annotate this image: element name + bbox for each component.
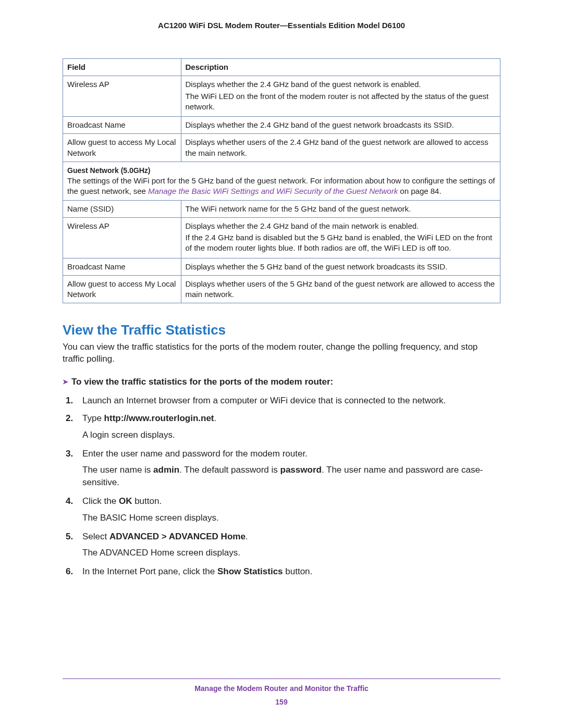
step-text: Type http://www.routerlogin.net. (82, 413, 216, 423)
step-text: In the Internet Port pane, click the Sho… (82, 566, 312, 576)
step-number: 4. (66, 495, 73, 508)
footer-chapter-title: Manage the Modem Router and Monitor the … (63, 684, 500, 693)
desc-cell: Displays whether the 2.4 GHz band of the… (181, 217, 500, 258)
field-cell: Allow guest to access My Local Network (63, 275, 181, 303)
section-text-after: on page 84. (398, 187, 441, 195)
step-2: 2. Type http://www.routerlogin.net. A lo… (82, 412, 500, 441)
table-row: Wireless AP Displays whether the 2.4 GHz… (63, 217, 500, 258)
procedure-lead-text: To view the traffic statistics for the p… (71, 377, 333, 387)
step-text: Enter the user name and password for the… (82, 449, 308, 459)
chevron-right-icon: ➤ (63, 378, 68, 386)
section-title: View the Traffic Statistics (63, 322, 500, 338)
step-5: 5. Select ADVANCED > ADVANCED Home. The … (82, 530, 500, 560)
cross-reference-link[interactable]: Manage the Basic WiFi Settings and WiFi … (148, 187, 398, 195)
table-row: Name (SSID) The WiFi network name for th… (63, 200, 500, 217)
step-text: Click the OK button. (82, 496, 162, 506)
step-number: 2. (66, 412, 73, 425)
section-cell: Guest Network (5.0GHz) The settings of t… (63, 162, 500, 200)
step-3: 3. Enter the user name and password for … (82, 448, 500, 489)
table-row: Broadcast Name Displays whether the 5 GH… (63, 258, 500, 275)
step-text: Launch an Internet browser from a comput… (82, 396, 446, 405)
table-header-field: Field (63, 59, 181, 76)
desc-cell: The WiFi network name for the 5 GHz band… (181, 200, 500, 217)
field-cell: Wireless AP (63, 217, 181, 258)
table-row: Allow guest to access My Local Network D… (63, 275, 500, 303)
step-6: 6. In the Internet Port pane, click the … (82, 565, 500, 578)
table-row: Broadcast Name Displays whether the 2.4 … (63, 117, 500, 134)
field-cell: Broadcast Name (63, 258, 181, 275)
step-4: 4. Click the OK button. The BASIC Home s… (82, 495, 500, 524)
field-cell: Broadcast Name (63, 117, 181, 134)
desc-cell: Displays whether the 2.4 GHz band of the… (181, 117, 500, 134)
desc-cell: Displays whether the 2.4 GHz band of the… (181, 76, 500, 117)
procedure-lead: ➤To view the traffic statistics for the … (63, 377, 500, 387)
field-cell: Name (SSID) (63, 200, 181, 217)
step-result: The BASIC Home screen displays. (82, 512, 500, 524)
table-row: Wireless AP Displays whether the 2.4 GHz… (63, 76, 500, 117)
desc-cell: Displays whether the 5 GHz band of the g… (181, 258, 500, 275)
table-header-description: Description (181, 59, 500, 76)
document-title: AC1200 WiFi DSL Modem Router—Essentials … (63, 21, 500, 30)
table-section-row: Guest Network (5.0GHz) The settings of t… (63, 162, 500, 200)
field-cell: Allow guest to access My Local Network (63, 134, 181, 162)
step-result: The user name is admin. The default pass… (82, 464, 500, 489)
desc-line: The WiFi LED on the front of the modem r… (186, 91, 496, 113)
desc-cell: Displays whether users of the 5 GHz band… (181, 275, 500, 303)
field-description-table: Field Description Wireless AP Displays w… (63, 58, 500, 303)
desc-cell: Displays whether users of the 2.4 GHz ba… (181, 134, 500, 162)
desc-line: Displays whether the 2.4 GHz band of the… (186, 79, 496, 90)
table-row: Allow guest to access My Local Network D… (63, 134, 500, 162)
section-heading: Guest Network (5.0GHz) (67, 166, 150, 175)
step-number: 1. (66, 394, 73, 407)
step-number: 3. (66, 448, 73, 460)
footer-rule (63, 678, 500, 679)
page-footer: Manage the Modem Router and Monitor the … (63, 678, 500, 706)
step-number: 5. (66, 530, 73, 543)
desc-line: Displays whether the 2.4 GHz band of the… (186, 221, 496, 231)
step-result: A login screen displays. (82, 429, 500, 441)
field-cell: Wireless AP (63, 76, 181, 117)
desc-line: If the 2.4 GHz band is disabled but the … (186, 232, 496, 254)
section-intro: You can view the traffic statistics for … (63, 341, 500, 365)
step-result: The ADVANCED Home screen displays. (82, 547, 500, 559)
step-text: Select ADVANCED > ADVANCED Home. (82, 532, 248, 541)
procedure-steps: 1. Launch an Internet browser from a com… (63, 394, 500, 578)
page-number: 159 (63, 698, 500, 706)
step-number: 6. (66, 565, 73, 578)
step-1: 1. Launch an Internet browser from a com… (82, 394, 500, 407)
